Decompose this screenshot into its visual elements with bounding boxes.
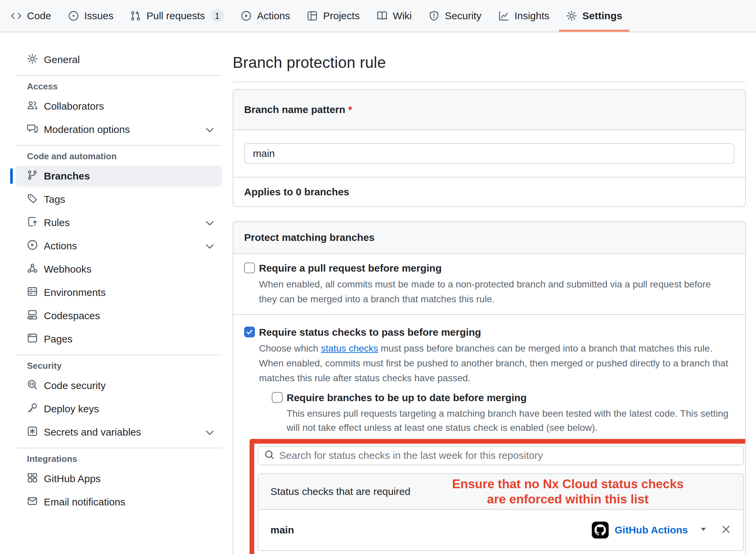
- chevron-down-icon: [206, 124, 214, 135]
- page-title: Branch protection rule: [233, 53, 386, 72]
- tab-issues[interactable]: Issues: [68, 0, 114, 32]
- caret-down-icon[interactable]: [699, 527, 707, 533]
- sidebar-item-code-security[interactable]: Code security: [16, 375, 222, 396]
- key-icon: [27, 403, 38, 416]
- sidebar-item-collaborators[interactable]: Collaborators: [16, 96, 222, 117]
- require-status-checks-title: Require status checks to pass before mer…: [259, 326, 734, 338]
- issue-icon: [68, 10, 79, 21]
- play-icon: [241, 10, 252, 21]
- branch-name-pattern-header: Branch name pattern *: [233, 90, 745, 130]
- sidebar-item-rules[interactable]: Rules: [16, 212, 222, 233]
- tab-projects[interactable]: Projects: [307, 0, 359, 32]
- github-logo-icon: [592, 522, 609, 538]
- sidebar-item-label: Environments: [44, 287, 214, 298]
- sidebar-item-codespaces[interactable]: Codespaces: [16, 305, 222, 326]
- server-icon: [27, 286, 38, 299]
- sidebar-item-label: Collaborators: [44, 101, 214, 112]
- rules-icon: [27, 216, 38, 229]
- pull-request-count-badge: 1: [210, 9, 224, 23]
- sidebar-item-webhooks[interactable]: Webhooks: [16, 259, 222, 280]
- sidebar-item-tags[interactable]: Tags: [16, 189, 222, 210]
- description-text: Choose which: [259, 343, 321, 354]
- require-pull-request-checkbox[interactable]: [244, 262, 255, 273]
- sidebar-item-label: Code security: [44, 380, 214, 391]
- require-status-checks-checkbox[interactable]: [244, 327, 255, 337]
- status-checks-search-input[interactable]: [279, 450, 737, 461]
- table-icon: [307, 10, 318, 21]
- require-up-to-date-title: Require branches to be up to date before…: [287, 392, 734, 404]
- graph-icon: [498, 10, 509, 21]
- annotation-line-2: are enforced within this list: [443, 492, 693, 507]
- sidebar-item-actions[interactable]: Actions: [16, 236, 222, 256]
- remove-status-check-icon[interactable]: [721, 524, 731, 536]
- tab-label: Issues: [84, 10, 114, 22]
- sidebar-item-general[interactable]: General: [16, 49, 222, 70]
- tab-insights[interactable]: Insights: [498, 0, 549, 32]
- repo-tab-bar: Code Issues Pull requests 1 Actions Proj…: [0, 0, 756, 32]
- apps-icon: [27, 472, 38, 486]
- title-divider: [233, 82, 746, 82]
- tab-security[interactable]: Security: [429, 0, 481, 32]
- gear-icon: [27, 53, 38, 66]
- sidebar-item-label: Webhooks: [44, 264, 214, 275]
- annotation-red-rectangle: Status checks that are required Ensure t…: [250, 439, 746, 554]
- sidebar-divider: [16, 75, 222, 76]
- protect-matching-branches-card: Protect matching branches Require a pull…: [233, 221, 746, 554]
- require-status-checks-description: Choose which status checks must pass bef…: [259, 341, 734, 386]
- sidebar-item-github-apps[interactable]: GitHub Apps: [16, 468, 222, 489]
- sidebar-item-label: Codespaces: [44, 310, 214, 322]
- applies-to-branches: Applies to 0 branches: [233, 177, 745, 206]
- shield-icon: [429, 10, 439, 21]
- sidebar-divider: [16, 355, 222, 355]
- require-up-to-date-checkbox[interactable]: [272, 392, 283, 403]
- branch-name-pattern-body: [233, 130, 745, 177]
- book-icon: [377, 10, 387, 21]
- require-up-to-date-row: Require branches to be up to date before…: [272, 392, 734, 435]
- tab-pull-requests[interactable]: Pull requests 1: [130, 0, 224, 32]
- settings-sidebar: General Access Collaborators Moderation …: [10, 49, 222, 515]
- tab-wiki[interactable]: Wiki: [377, 0, 412, 32]
- branch-name-pattern-input[interactable]: [244, 143, 734, 164]
- tab-label: Actions: [257, 10, 290, 22]
- people-icon: [27, 100, 38, 113]
- sidebar-section-security: Security: [16, 361, 222, 371]
- sidebar-item-label: Rules: [44, 217, 206, 228]
- codespaces-icon: [27, 309, 38, 323]
- sidebar-item-secrets-variables[interactable]: Secrets and variables: [16, 422, 222, 443]
- tab-label: Projects: [323, 10, 359, 22]
- sidebar-item-label: Email notifications: [44, 496, 214, 508]
- require-pull-request-row: Require a pull request before merging Wh…: [233, 254, 745, 315]
- branch-name-pattern-card: Branch name pattern * Applies to 0 branc…: [233, 89, 746, 207]
- tab-code[interactable]: Code: [11, 0, 51, 32]
- tab-label: Wiki: [393, 10, 412, 22]
- sidebar-item-label: Secrets and variables: [44, 426, 206, 438]
- sidebar-divider: [16, 448, 222, 448]
- status-check-row: main GitHub Actions: [258, 510, 743, 550]
- pull-request-icon: [130, 10, 141, 21]
- sidebar-item-label: GitHub Apps: [44, 473, 214, 484]
- sidebar-item-deploy-keys[interactable]: Deploy keys: [16, 398, 222, 419]
- comment-discussion-icon: [27, 123, 38, 136]
- codescan-icon: [27, 379, 38, 392]
- require-pull-request-title: Require a pull request before merging: [259, 262, 734, 274]
- webhook-icon: [27, 263, 38, 276]
- sidebar-item-environments[interactable]: Environments: [16, 282, 222, 303]
- sidebar-item-moderation-options[interactable]: Moderation options: [16, 119, 222, 140]
- status-checks-search: [258, 446, 744, 465]
- sidebar-item-email-notifications[interactable]: Email notifications: [16, 492, 222, 513]
- branch-name-pattern-label: Branch name pattern: [244, 104, 345, 115]
- tab-settings[interactable]: Settings: [566, 0, 622, 32]
- browser-icon: [27, 333, 38, 346]
- sidebar-item-branches[interactable]: Branches: [16, 166, 222, 187]
- require-pull-request-description: When enabled, all commits must be made t…: [259, 277, 731, 307]
- asterisk-box-icon: [27, 426, 38, 439]
- code-icon: [11, 10, 22, 21]
- status-check-provider-link[interactable]: GitHub Actions: [615, 524, 688, 536]
- status-checks-link[interactable]: status checks: [321, 343, 378, 354]
- tab-label: Security: [445, 10, 481, 22]
- sidebar-item-label: Pages: [44, 333, 214, 345]
- tab-actions[interactable]: Actions: [241, 0, 290, 32]
- search-icon: [264, 450, 274, 461]
- sidebar-divider: [16, 145, 222, 146]
- sidebar-item-pages[interactable]: Pages: [16, 329, 222, 350]
